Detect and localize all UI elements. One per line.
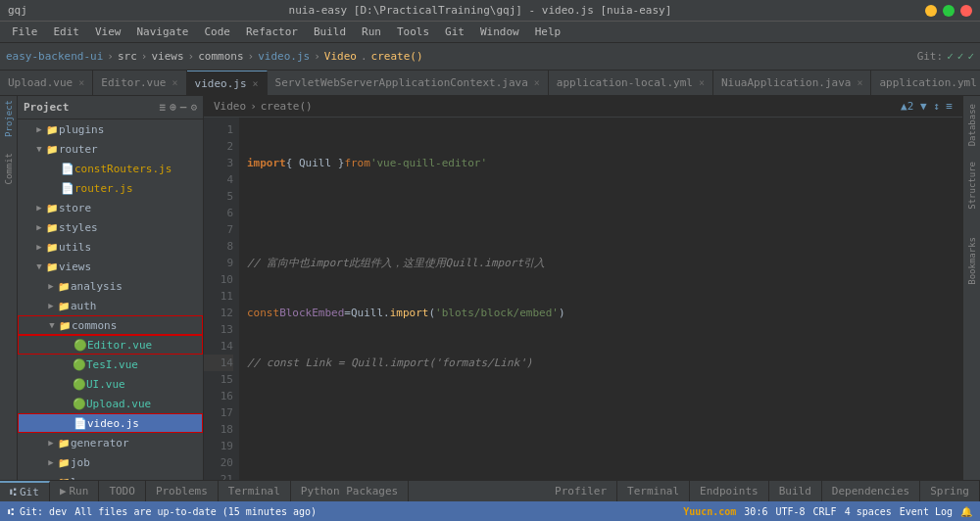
toolbar-project[interactable]: easy-backend-ui: [6, 50, 103, 63]
bottom-tab-python[interactable]: Python Packages: [291, 481, 409, 501]
bottom-tab-todo[interactable]: TODO: [99, 481, 146, 501]
menu-tools[interactable]: Tools: [389, 24, 437, 40]
minimize-button[interactable]: [925, 5, 937, 17]
tree-label: store: [59, 202, 91, 214]
bottom-tab-spring[interactable]: Spring: [920, 481, 980, 501]
tree-item-log[interactable]: ▶ 📁 log: [18, 472, 203, 480]
menu-help[interactable]: Help: [527, 24, 569, 40]
left-tab-commit[interactable]: Commit: [4, 153, 14, 185]
tab-label: NiuaApplication.java: [721, 76, 851, 89]
sidebar-title: Project: [24, 101, 69, 114]
menu-refactor[interactable]: Refactor: [238, 24, 306, 40]
code-editor[interactable]: 1 2 3 4 5 6 7 8 9 10 11 12 13 14 14 15 1…: [204, 118, 962, 480]
close-button[interactable]: [960, 5, 972, 17]
tab-app-local-yml[interactable]: application-local.yml ×: [549, 71, 713, 95]
tree-item-auth[interactable]: ▶ 📁 auth: [18, 296, 203, 315]
folder-icon: 📁: [45, 222, 59, 233]
sidebar-icon3[interactable]: –: [180, 101, 187, 114]
tab-close-icon[interactable]: ×: [857, 77, 862, 88]
toolbar-commons[interactable]: commons: [198, 50, 243, 63]
menu-navigate[interactable]: Navigate: [129, 24, 197, 40]
tree-item-video-js[interactable]: 📄 video.js: [18, 413, 203, 433]
folder-icon: 📁: [45, 261, 59, 272]
status-line-sep: CRLF: [813, 506, 837, 517]
title-bar-title: nuia-easy [D:\PracticalTraining\gqj] - v…: [35, 4, 925, 17]
tree-item-commons[interactable]: ▼ 📁 commons: [18, 315, 203, 335]
left-tab-project[interactable]: Project: [4, 100, 14, 137]
menu-code[interactable]: Code: [196, 24, 238, 40]
bottom-tab-endpoints[interactable]: Endpoints: [690, 481, 769, 501]
menu-run[interactable]: Run: [354, 24, 389, 40]
bottom-tab-terminal2[interactable]: Terminal: [617, 481, 690, 501]
tab-close-icon[interactable]: ×: [699, 77, 705, 88]
bottom-tab-profiler[interactable]: Profiler: [545, 481, 617, 501]
file-icon: 🟢: [73, 358, 86, 371]
tree-item-tesi-vue[interactable]: 🟢 TesI.vue: [18, 355, 203, 374]
tree-item-editor-vue[interactable]: 🟢 Editor.vue: [18, 335, 203, 355]
tab-niua-app[interactable]: NiuaApplication.java ×: [713, 71, 871, 95]
file-icon: 🟢: [73, 378, 86, 391]
tree-item-router-js[interactable]: 📄 router.js: [18, 178, 203, 198]
git-icon: ⑆: [10, 486, 17, 498]
folder-icon: 📁: [57, 477, 71, 481]
bottom-tab-build[interactable]: Build: [769, 481, 822, 501]
code-content[interactable]: import { Quill } from 'vue-quill-editor'…: [239, 118, 962, 480]
sidebar-icon4[interactable]: ⚙: [190, 101, 197, 114]
tree-item-views[interactable]: ▼ 📁 views: [18, 257, 203, 276]
tree-label: constRouters.js: [74, 163, 172, 175]
tab-video-js[interactable]: video.js ×: [187, 71, 268, 95]
tab-label: Upload.vue: [8, 76, 73, 89]
tree-item-constrouters[interactable]: 📄 constRouters.js: [18, 159, 203, 178]
toolbar-create[interactable]: Video: [324, 50, 357, 63]
tab-servlet[interactable]: ServletWebServerApplicationContext.java …: [268, 71, 549, 95]
toolbar-src[interactable]: src: [118, 50, 137, 63]
maximize-button[interactable]: [943, 5, 955, 17]
toolbar-views[interactable]: views: [151, 50, 183, 63]
folder-icon: 📁: [57, 281, 71, 292]
menu-window[interactable]: Window: [472, 24, 527, 40]
sidebar-icon1[interactable]: ≡: [160, 101, 167, 114]
tab-upload-vue[interactable]: Upload.vue ×: [0, 71, 93, 95]
bottom-tab-dependencies[interactable]: Dependencies: [822, 481, 920, 501]
bottom-tab-label: Terminal: [627, 485, 679, 497]
tab-close-icon[interactable]: ×: [172, 77, 178, 88]
tree-item-plugins[interactable]: ▶ 📁 plugins: [18, 119, 203, 139]
tree-item-ui-vue[interactable]: 🟢 UI.vue: [18, 374, 203, 394]
status-encoding: UTF-8: [775, 506, 805, 517]
tree-item-router[interactable]: ▼ 📁 router: [18, 139, 203, 159]
menu-file[interactable]: File: [4, 24, 46, 40]
tab-editor-vue[interactable]: Editor.vue ×: [93, 71, 186, 95]
tree-label: job: [71, 456, 90, 469]
tab-close-icon[interactable]: ×: [78, 77, 84, 88]
bottom-tab-problems[interactable]: Problems: [146, 481, 219, 501]
file-icon: 🟢: [73, 398, 86, 410]
right-tab-bookmarks[interactable]: Bookmarks: [967, 237, 977, 285]
right-tab-structure[interactable]: Structure: [967, 162, 977, 210]
sidebar-header: Project ≡ ⊕ – ⚙: [18, 96, 203, 119]
tree-item-utils[interactable]: ▶ 📁 utils: [18, 237, 203, 257]
bottom-tab-terminal[interactable]: Terminal: [219, 481, 291, 501]
tree-item-upload-vue[interactable]: 🟢 Upload.vue: [18, 394, 203, 413]
bottom-tab-git[interactable]: ⑆ Git: [0, 481, 50, 501]
tree-item-generator[interactable]: ▶ 📁 generator: [18, 433, 203, 452]
menu-edit[interactable]: Edit: [46, 24, 88, 40]
tab-app-yml[interactable]: application.yml ×: [871, 71, 980, 95]
tab-close-icon[interactable]: ×: [253, 78, 259, 89]
sidebar-icon2[interactable]: ⊕: [170, 101, 176, 114]
tree-item-job[interactable]: ▶ 📁 job: [18, 452, 203, 472]
expand-arrow-icon: ▶: [45, 477, 57, 480]
toolbar-video[interactable]: video.js: [258, 50, 310, 63]
tab-close-icon[interactable]: ×: [534, 77, 540, 88]
right-tab-database[interactable]: Database: [967, 104, 977, 146]
tree-item-analysis[interactable]: ▶ 📁 analysis: [18, 276, 203, 296]
menu-git[interactable]: Git: [437, 24, 472, 40]
file-icon: 🟢: [74, 339, 87, 352]
tree-item-store[interactable]: ▶ 📁 store: [18, 198, 203, 217]
bottom-tab-run[interactable]: ▶ Run: [50, 481, 100, 501]
bottom-tab-label: Dependencies: [832, 485, 909, 497]
menu-view[interactable]: View: [87, 24, 129, 40]
tree-item-styles[interactable]: ▶ 📁 styles: [18, 217, 203, 237]
menu-build[interactable]: Build: [306, 24, 354, 40]
bottom-tab-bar: ⑆ Git ▶ Run TODO Problems Terminal Pytho…: [0, 480, 980, 501]
bottom-tab-label: TODO: [109, 485, 135, 497]
